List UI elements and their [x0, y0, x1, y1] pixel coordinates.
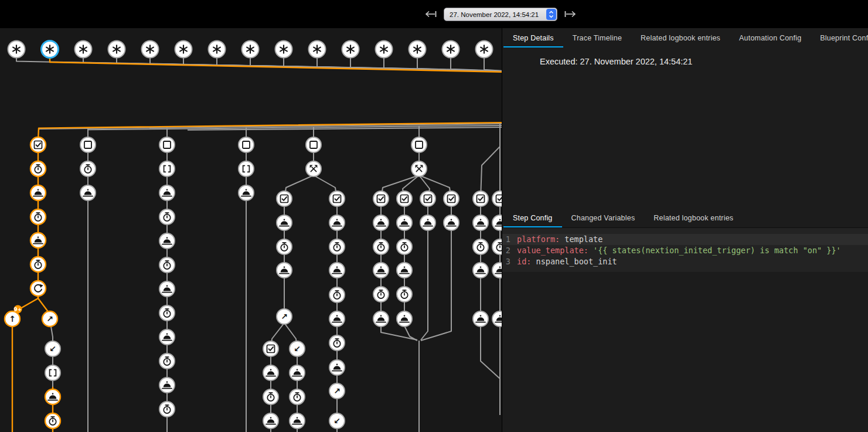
node-square[interactable] — [80, 137, 96, 152]
node-timer[interactable] — [290, 389, 305, 404]
node-repeat[interactable] — [30, 281, 46, 296]
node-timer[interactable] — [329, 287, 345, 302]
node-service[interactable] — [159, 233, 175, 249]
tab-changed-variables[interactable]: Changed Variables — [562, 208, 645, 227]
node-condition[interactable] — [329, 191, 345, 206]
node-arrow-down-left[interactable]: ↙ — [329, 413, 345, 428]
node-timer[interactable] — [397, 287, 412, 302]
node-asterisk[interactable] — [142, 41, 159, 58]
node-timer[interactable] — [159, 402, 175, 417]
node-asterisk[interactable] — [275, 41, 292, 58]
node-service[interactable] — [397, 311, 412, 326]
node-arrow-up-right[interactable]: ↗ — [329, 383, 345, 399]
node-square[interactable] — [411, 137, 427, 152]
node-service[interactable] — [159, 377, 175, 393]
node-asterisk[interactable] — [442, 41, 459, 58]
node-service[interactable] — [492, 215, 502, 230]
node-asterisk[interactable] — [209, 41, 226, 58]
node-service[interactable] — [290, 413, 305, 428]
node-timer[interactable] — [329, 239, 345, 254]
node-service[interactable] — [373, 263, 389, 278]
node-condition[interactable] — [397, 191, 412, 206]
node-asterisk[interactable] — [476, 41, 493, 58]
node-condition[interactable] — [420, 191, 435, 206]
node-split[interactable] — [411, 161, 427, 176]
node-asterisk[interactable] — [75, 41, 92, 58]
node-service[interactable] — [329, 263, 345, 278]
tab-trace-timeline[interactable]: Trace Timeline — [563, 28, 631, 47]
node-timer[interactable] — [492, 239, 502, 254]
node-brackets[interactable] — [239, 161, 254, 176]
node-condition[interactable] — [492, 191, 502, 206]
node-timer[interactable] — [263, 389, 278, 404]
node-service[interactable] — [492, 311, 502, 326]
node-arrow-down-left[interactable]: ↙ — [290, 341, 305, 356]
node-condition[interactable] — [473, 191, 488, 206]
tab-related-logbook-entries[interactable]: Related logbook entries — [644, 208, 743, 227]
tab-related-logbook-entries[interactable]: Related logbook entries — [631, 28, 730, 47]
node-service[interactable] — [329, 311, 345, 326]
node-timer[interactable] — [373, 287, 389, 302]
node-service[interactable] — [277, 215, 292, 230]
node-timer[interactable] — [277, 239, 292, 254]
node-condition[interactable] — [30, 137, 46, 152]
node-asterisk[interactable] — [409, 41, 426, 58]
node-service[interactable] — [329, 215, 345, 230]
node-brackets[interactable] — [159, 161, 175, 176]
node-arrow-up-right[interactable]: ↗ — [277, 309, 292, 324]
node-service[interactable] — [492, 263, 502, 278]
node-brackets[interactable] — [45, 365, 60, 380]
node-asterisk[interactable] — [242, 41, 259, 58]
node-asterisk[interactable] — [42, 41, 59, 58]
next-run-button[interactable] — [564, 10, 577, 20]
node-timer[interactable] — [80, 161, 96, 176]
node-timer[interactable] — [397, 239, 412, 254]
node-service[interactable] — [373, 215, 389, 230]
tab-step-config[interactable]: Step Config — [503, 208, 562, 227]
node-service[interactable] — [263, 413, 278, 428]
node-service[interactable] — [329, 360, 345, 375]
node-service[interactable] — [30, 233, 46, 248]
node-arrow-down-left[interactable]: ↙ — [45, 341, 60, 356]
node-service[interactable] — [397, 263, 412, 278]
node-service[interactable] — [373, 311, 389, 326]
run-select[interactable]: 27. November 2022, 14:54:21 — [444, 8, 557, 21]
node-asterisk[interactable] — [175, 41, 192, 58]
node-service[interactable] — [420, 215, 435, 230]
tab-step-details[interactable]: Step Details — [503, 28, 563, 47]
node-condition[interactable] — [277, 191, 292, 206]
node-timer[interactable] — [159, 209, 175, 224]
node-service[interactable] — [473, 263, 488, 278]
node-service[interactable] — [444, 215, 459, 230]
node-timer[interactable] — [473, 239, 488, 254]
node-timer[interactable] — [373, 239, 389, 254]
node-arrow-up[interactable]: ↑9+ — [5, 305, 22, 327]
node-square[interactable] — [306, 137, 321, 152]
node-timer[interactable] — [45, 413, 60, 428]
node-service[interactable] — [473, 215, 488, 230]
node-arrow-up-right[interactable]: ↗ — [42, 311, 57, 326]
node-service[interactable] — [277, 263, 292, 278]
node-service[interactable] — [239, 185, 254, 200]
node-timer[interactable] — [159, 257, 175, 273]
node-timer[interactable] — [159, 353, 175, 369]
node-timer[interactable] — [30, 257, 46, 272]
tab-automation-config[interactable]: Automation Config — [730, 28, 811, 47]
node-split[interactable] — [306, 161, 321, 176]
node-timer[interactable] — [329, 335, 345, 351]
node-timer[interactable] — [30, 209, 46, 224]
node-service[interactable] — [80, 185, 96, 200]
node-timer[interactable] — [30, 161, 46, 176]
node-asterisk[interactable] — [342, 41, 359, 58]
node-condition[interactable] — [444, 191, 459, 206]
node-service[interactable] — [159, 281, 175, 297]
node-condition[interactable] — [373, 191, 389, 206]
node-asterisk[interactable] — [376, 41, 393, 58]
node-service[interactable] — [397, 215, 412, 230]
node-service[interactable] — [30, 185, 46, 200]
node-asterisk[interactable] — [108, 41, 125, 58]
node-service[interactable] — [159, 329, 175, 345]
previous-run-button[interactable] — [424, 10, 437, 20]
node-square[interactable] — [159, 137, 175, 152]
node-service[interactable] — [45, 389, 60, 404]
